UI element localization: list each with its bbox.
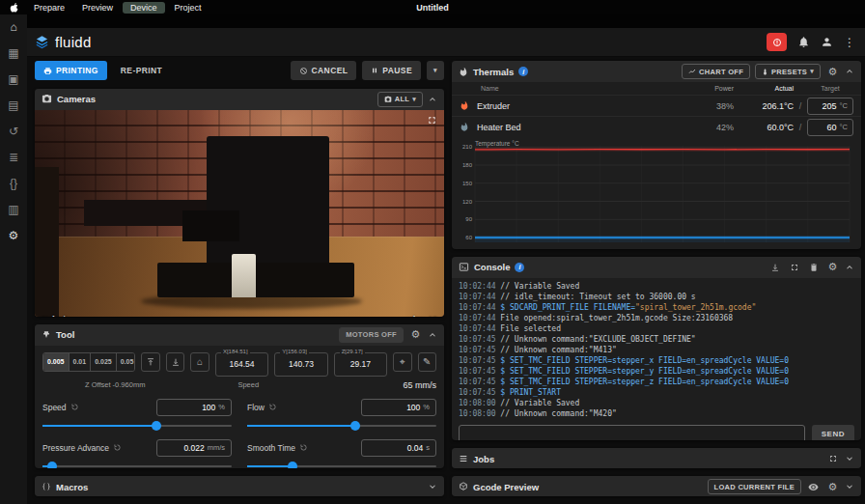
chart-toggle-button[interactable]: CHART OFF (682, 64, 750, 79)
z-position-label: Z[29.17] (340, 349, 365, 354)
z-step-005-button[interactable]: 0.05 (117, 353, 136, 371)
sidebar-item-tune[interactable]: ≣ (2, 146, 25, 168)
console-line: 10:07:45 $ SET_TMC_FIELD STEPPER=stepper… (459, 366, 854, 377)
menu-device[interactable]: Device (123, 2, 165, 14)
z-step-0025-button[interactable]: 0.025 (91, 353, 117, 371)
reprint-button[interactable]: RE-PRINT (113, 61, 170, 80)
fluidd-logo-icon[interactable] (35, 35, 49, 49)
scroll-down-icon[interactable] (767, 263, 782, 272)
smooth-time-input[interactable]: 0.04s (361, 439, 436, 457)
menu-preview[interactable]: Preview (74, 2, 121, 14)
slider-thumb[interactable] (47, 462, 57, 468)
trash-icon[interactable] (806, 263, 821, 272)
sidebar-item-settings[interactable]: ⚙ (2, 224, 25, 246)
macros-header[interactable]: Macros (35, 476, 444, 496)
gear-icon[interactable]: ⚙ (408, 328, 423, 341)
collapse-chevron-icon[interactable] (428, 95, 437, 104)
gcode-preview-title: Gcode Preview (473, 482, 539, 492)
camera-select-button[interactable]: ALL ▾ (377, 92, 423, 107)
eye-icon[interactable] (806, 482, 821, 492)
sidebar-item-jobs[interactable]: ▤ (2, 94, 25, 116)
sidebar-item-macros[interactable]: {} (2, 172, 25, 194)
apple-logo-icon[interactable] (9, 2, 18, 14)
jobs-header[interactable]: Jobs (452, 448, 861, 468)
printing-status-button[interactable]: PRINTING (35, 61, 107, 80)
slider-track[interactable] (42, 425, 232, 427)
gear-icon[interactable]: ⚙ (825, 481, 840, 493)
emergency-stop-button[interactable] (767, 33, 787, 51)
reset-icon[interactable] (70, 403, 79, 411)
gear-icon[interactable]: ⚙ (825, 66, 840, 78)
heater-row-bed[interactable]: Heater Bed 42% 60.0°C / 60°C (452, 116, 861, 137)
expand-chevron-icon[interactable] (428, 482, 437, 491)
foreground-object (35, 167, 59, 317)
send-button[interactable]: SEND (812, 425, 854, 441)
console-title: Console (474, 262, 510, 272)
pressure-advance-label: Pressure Advance (42, 443, 109, 453)
pressure-advance-input[interactable]: 0.022mm/s (156, 439, 232, 457)
slider-track[interactable] (247, 465, 436, 467)
gear-icon[interactable]: ⚙ (825, 261, 840, 273)
reset-icon[interactable] (113, 443, 122, 452)
tool-header[interactable]: Tool MOTORS OFF ⚙ (35, 324, 444, 346)
sidebar-item-cameras[interactable]: ▣ (2, 68, 25, 90)
console-input[interactable] (459, 425, 805, 441)
z-step-0005-button[interactable]: 0.005 (43, 353, 70, 371)
motors-off-button[interactable]: MOTORS OFF (339, 327, 404, 343)
z-offset-down-button[interactable] (166, 352, 184, 372)
slider-thumb[interactable] (152, 421, 161, 431)
user-account-icon[interactable] (821, 36, 833, 48)
info-icon[interactable]: i (518, 67, 528, 76)
cancel-button[interactable]: CANCEL (291, 61, 357, 80)
slider-thumb[interactable] (350, 421, 360, 431)
flow-value-input[interactable]: 100% (361, 399, 436, 416)
console-log[interactable]: 10:02:44 // Variable Saved10:07:44 // id… (452, 278, 861, 421)
console-input-row: SEND (452, 421, 861, 441)
console-header[interactable]: Console i ⚙ (452, 257, 861, 278)
thermals-header[interactable]: Thermals i CHART OFF PRESETS ▾ ⚙ (452, 61, 861, 82)
presets-button[interactable]: PRESETS ▾ (755, 64, 821, 79)
expand-icon[interactable] (825, 454, 840, 463)
home-all-button[interactable]: ⌂ (190, 352, 209, 372)
menu-prepare[interactable]: Prepare (26, 2, 72, 14)
sidebar-item-history[interactable]: ↺ (2, 120, 25, 142)
y-position-label: Y[156.03] (280, 349, 309, 354)
extruder-target-input[interactable]: 205°C (807, 98, 853, 115)
heater-power: 42% (695, 123, 734, 132)
collapse-chevron-icon[interactable] (428, 330, 437, 340)
sidebar-item-home[interactable]: ⌂ (2, 15, 25, 38)
z-step-001-button[interactable]: 0.01 (70, 353, 92, 371)
load-current-file-button[interactable]: LOAD CURRENT FILE (708, 479, 801, 494)
info-icon[interactable]: i (515, 263, 524, 272)
collapse-chevron-icon[interactable] (845, 67, 854, 76)
kebab-menu-icon[interactable]: ⋮ (844, 36, 855, 49)
cube-icon (459, 482, 468, 491)
slider-thumb[interactable] (288, 462, 297, 468)
caret-down-icon: ▾ (433, 67, 437, 74)
menu-project[interactable]: Project (167, 2, 209, 14)
sidebar: ⌂▦▣▤↺≣{}▥⚙ (0, 14, 27, 504)
edit-position-button[interactable]: ✎ (418, 352, 436, 372)
notifications-bell-icon[interactable] (797, 36, 810, 48)
reset-icon[interactable] (299, 443, 308, 452)
pause-button[interactable]: PAUSE (362, 61, 421, 80)
motion-target-button[interactable]: ⌖ (393, 352, 411, 372)
nozzle-icon (42, 330, 51, 340)
expand-chevron-icon[interactable] (845, 482, 854, 491)
reset-icon[interactable] (268, 403, 277, 411)
sidebar-item-printer[interactable]: ▥ (2, 198, 25, 220)
slider-track[interactable] (247, 425, 436, 427)
slider-track[interactable] (42, 465, 232, 467)
heater-row-extruder[interactable]: Extruder 38% 206.1°C / 205°C (452, 95, 861, 116)
cameras-header[interactable]: Cameras ALL ▾ (35, 89, 444, 110)
bed-target-input[interactable]: 60°C (807, 119, 853, 136)
fullscreen-icon[interactable] (427, 115, 437, 126)
expand-icon[interactable] (787, 263, 801, 272)
sidebar-item-dashboard[interactable]: ▦ (2, 42, 25, 64)
status-dropdown-button[interactable]: ▾ (427, 61, 444, 80)
expand-chevron-icon[interactable] (845, 454, 854, 463)
speed-value-input[interactable]: 100% (156, 399, 232, 416)
z-offset-up-button[interactable] (141, 352, 159, 372)
gcode-preview-header[interactable]: Gcode Preview LOAD CURRENT FILE ⚙ (452, 476, 861, 496)
collapse-chevron-icon[interactable] (845, 263, 854, 272)
